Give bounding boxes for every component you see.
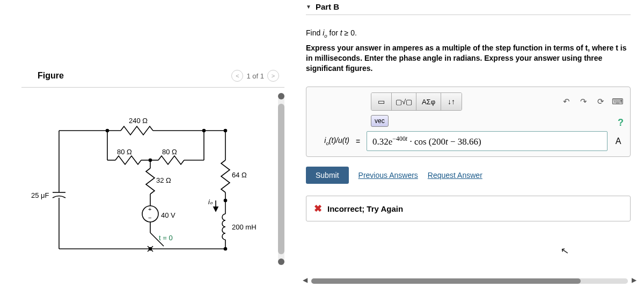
- question-instructions: Express your answer in amperes as a mult…: [306, 43, 631, 74]
- label-r80b: 80 Ω: [162, 148, 177, 156]
- figure-pager-text: 1 of 1: [246, 72, 264, 80]
- part-header[interactable]: ▼ Part B: [306, 0, 631, 15]
- request-answer-link[interactable]: Request Answer: [428, 171, 482, 180]
- help-button[interactable]: ?: [618, 117, 624, 128]
- figure-title: Figure: [38, 71, 64, 81]
- cursor-icon: ↖: [560, 245, 570, 257]
- vec-button[interactable]: vec: [371, 115, 389, 127]
- equals-sign: =: [354, 137, 362, 146]
- svg-point-17: [203, 130, 206, 132]
- submit-button[interactable]: Submit: [306, 167, 349, 184]
- circuit-svg: + −: [43, 109, 268, 260]
- label-v40: 40 V: [161, 211, 175, 219]
- svg-text:−: −: [148, 214, 151, 221]
- reset-button[interactable]: ⟳: [594, 95, 608, 109]
- templates-button[interactable]: ▢√▢: [392, 93, 416, 110]
- figure-next-button[interactable]: >: [267, 70, 279, 82]
- figure-prev-button[interactable]: <: [231, 70, 243, 82]
- circuit-diagram: + − 240 Ω 80 Ω 80 Ω 32 Ω 64 Ω 25 μF 40 V…: [43, 109, 268, 260]
- answer-variable-label: io(t)/u(t): [312, 136, 349, 146]
- label-l200: 200 mH: [232, 223, 257, 231]
- undo-button[interactable]: ↶: [559, 95, 573, 109]
- redo-button[interactable]: ↷: [576, 95, 590, 109]
- horizontal-scrollbar[interactable]: ◀ ▶: [311, 278, 628, 284]
- question-prompt: Find io for t ≥ 0.: [306, 28, 631, 39]
- answer-unit: A: [612, 137, 625, 146]
- feedback-box: ✖ Incorrect; Try Again: [306, 196, 631, 221]
- label-r64: 64 Ω: [232, 171, 247, 179]
- figure-vscroll[interactable]: [278, 93, 284, 265]
- part-title: Part B: [316, 2, 339, 11]
- label-c25: 25 μF: [31, 191, 49, 199]
- svg-text:+: +: [148, 206, 151, 212]
- previous-answers-link[interactable]: Previous Answers: [358, 171, 418, 180]
- incorrect-icon: ✖: [314, 203, 322, 214]
- svg-point-26: [224, 199, 227, 202]
- label-io: iₒ: [208, 198, 213, 206]
- feedback-text: Incorrect; Try Again: [327, 204, 403, 213]
- collapse-icon: ▼: [306, 4, 311, 10]
- svg-point-28: [224, 130, 227, 132]
- question-panel: ▼ Part B Find io for t ≥ 0. Express your…: [290, 0, 644, 287]
- label-r32: 32 Ω: [156, 176, 171, 184]
- toggle-math-button[interactable]: ▭: [371, 93, 392, 110]
- label-r80a: 80 Ω: [117, 148, 132, 156]
- label-r240: 240 Ω: [129, 117, 148, 125]
- greek-button[interactable]: ΑΣφ: [416, 93, 441, 110]
- svg-point-10: [106, 130, 109, 132]
- figure-pager: < 1 of 1 >: [231, 70, 279, 82]
- answer-box: ▭ ▢√▢ ΑΣφ ↓↑ ↶ ↷ ⟳ ⌨ vec ? io(t)/u(t) = …: [306, 87, 631, 157]
- subscript-button[interactable]: ↓↑: [441, 93, 462, 110]
- answer-input[interactable]: 0.32e−400t · cos (200t − 38.66): [367, 131, 608, 151]
- answer-toolbar: ▭ ▢√▢ ΑΣφ ↓↑ ↶ ↷ ⟳ ⌨: [312, 92, 625, 111]
- figure-panel: Figure < 1 of 1 >: [0, 0, 290, 287]
- keyboard-button[interactable]: ⌨: [611, 95, 625, 109]
- label-t0: t = 0: [159, 234, 173, 242]
- svg-point-29: [224, 248, 227, 250]
